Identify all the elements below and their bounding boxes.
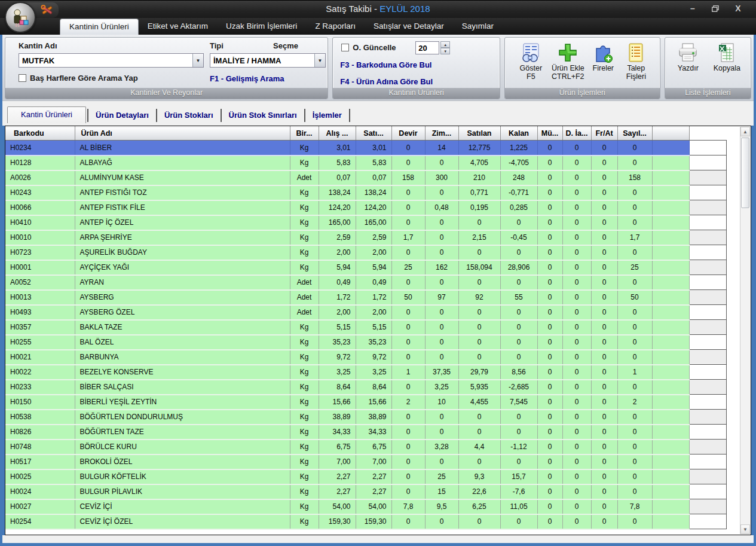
table-row[interactable]: H0538 BÖĞÜRTLEN DONDURULMUŞ Kg 38,89 38,… (5, 410, 726, 425)
table-row[interactable]: H0234 AL BİBER Kg 3,01 3,01 0 14 12,775 … (5, 141, 726, 155)
cell-satis: 7,00 (356, 455, 391, 469)
spinner-down-icon[interactable]: ▼ (440, 48, 450, 54)
restore-button[interactable] (706, 2, 725, 15)
cell-barkodu: H0010 (5, 230, 75, 245)
tab-kantin-urunleri[interactable]: Kantin Ürünleri (7, 106, 86, 123)
bas-harf-checkbox-row[interactable]: Baş Harflere Göre Arama Yap (19, 74, 138, 83)
o-guncelle-checkbox[interactable] (341, 44, 349, 51)
group-caption-kantinin-urunleri: Kantinin Ürünleri (333, 88, 500, 99)
urun-ekle-button[interactable]: Ürün EkleCTRL+F2 (549, 39, 586, 81)
cell-mu: 0 (537, 440, 562, 455)
table-row[interactable]: H0410 ANTEP İÇ ÖZEL Kg 165,00 165,00 0 0… (5, 215, 726, 230)
header-satis[interactable]: Satı... (356, 127, 391, 141)
header-barkodu[interactable]: Barkodu (5, 127, 75, 141)
o-guncelle-checkbox-row[interactable]: O. Güncelle (341, 43, 396, 52)
table-row[interactable]: H0826 BÖĞÜRTLEN TAZE Kg 34,33 34,33 0 0 … (5, 425, 726, 440)
table-row[interactable]: H0255 BAL ÖZEL Kg 35,23 35,23 0 0 0 0 0 … (5, 335, 726, 350)
table-row[interactable]: H0027 CEVİZ İÇİ Kg 54,00 54,00 7,8 9,5 6… (5, 499, 726, 514)
cell-birim: Adet (290, 275, 319, 290)
table-row[interactable]: H0493 AYSBERG ÖZEL Adet 2,00 2,00 0 0 0 … (5, 305, 726, 320)
tools-icon[interactable] (41, 4, 54, 16)
header-zimmet[interactable]: Zim... (425, 127, 458, 141)
scrollbar-thumb[interactable] (741, 138, 749, 208)
cell-fr-at: 0 (591, 469, 617, 484)
tab-urun-stok-sinirlari[interactable]: Ürün Stok Sınırları (223, 108, 303, 123)
f4-urun-adi-bul-link[interactable]: F4 - Ürün Adına Göre Bul (340, 77, 433, 86)
cell-d-ia: 0 (562, 290, 591, 305)
app-menu-orb[interactable] (5, 2, 36, 33)
table-row[interactable]: H0001 AYÇİÇEK YAĞI Kg 5,94 5,94 25 162 1… (5, 260, 726, 275)
guncelle-interval-input[interactable] (415, 41, 439, 54)
table-row[interactable]: H0723 AŞURELİK BUĞDAY Kg 2,00 2,00 0 0 0… (5, 245, 726, 260)
ribbon-tab[interactable]: Uzak Birim İşlemleri (217, 19, 306, 35)
header-devir[interactable]: Devir (391, 127, 425, 141)
minimize-button[interactable]: – (683, 2, 702, 15)
table-row[interactable]: A0052 AYRAN Adet 0,49 0,49 0 0 0 0 0 0 0… (5, 275, 726, 290)
close-button[interactable]: X (729, 2, 748, 15)
yazdir-button[interactable]: Yazdır (669, 39, 707, 72)
ribbon-tab[interactable]: Etiket ve Aktarım (139, 19, 217, 35)
header-birim[interactable]: Bir... (290, 127, 319, 141)
header-sayil[interactable]: Sayıl... (617, 127, 652, 141)
cell-fr-at: 0 (591, 514, 617, 529)
table-row[interactable]: H0150 BİBERLİ YEŞİL ZEYTİN Kg 15,66 15,6… (5, 395, 726, 410)
table-row[interactable]: H0748 BÖRÜLCE KURU Kg 6,75 6,75 0 3,28 4… (5, 440, 726, 455)
spinner-up-icon[interactable]: ▲ (440, 41, 450, 48)
row-end-marker (689, 320, 726, 335)
cell-kalan: -2,685 (500, 380, 537, 395)
tab-islemler[interactable]: İşlemler (307, 108, 348, 123)
table-row[interactable]: H0233 BİBER SALÇASI Kg 8,64 8,64 0 3,25 … (5, 380, 726, 395)
header-fr-at[interactable]: Fr/At (591, 127, 617, 141)
table-row[interactable]: H0025 BULGUR KÖFTELİK Kg 2,27 2,27 0 25 … (5, 469, 726, 484)
cell-barkodu: H0021 (5, 350, 75, 365)
scroll-down-icon[interactable]: ▼ (740, 524, 750, 534)
cell-trailing (652, 155, 689, 170)
header-urun-adi[interactable]: Ürün Adı (75, 127, 290, 141)
fireler-button[interactable]: Fireler (586, 39, 620, 81)
header-kalan[interactable]: Kalan (500, 127, 537, 141)
ribbon-tabs: Kantinin ÜrünleriEtiket ve AktarımUzak B… (60, 19, 503, 35)
vertical-scrollbar[interactable]: ▲ ▼ (740, 127, 750, 534)
tab-urun-detaylari[interactable]: Ürün Detayları (90, 108, 155, 123)
table-row[interactable]: H0357 BAKLA TAZE Kg 5,15 5,15 0 0 0 0 0 … (5, 320, 726, 335)
table-row[interactable]: H0010 ARPA ŞEHRİYE Kg 2,59 2,59 1,7 0 2,… (5, 230, 726, 245)
table-row[interactable]: H0066 ANTEP FISTIK FİLE Kg 124,20 124,20… (5, 200, 726, 215)
header-alis[interactable]: Alış ... (319, 127, 356, 141)
cell-devir: 0 (391, 320, 425, 335)
cell-satis: 2,27 (356, 469, 391, 484)
table-row[interactable]: H0022 BEZELYE KONSERVE Kg 3,25 3,25 1 37… (5, 365, 726, 380)
table-row[interactable]: A0026 ALUMİNYUM KASE Adet 0,07 0,07 158 … (5, 170, 726, 185)
cell-mu: 0 (537, 469, 562, 484)
table-row[interactable]: H0013 AYSBERG Adet 1,72 1,72 50 97 92 55… (5, 290, 726, 305)
goster-f5-button[interactable]: GösterF5 (512, 39, 549, 81)
cell-alis: 0,07 (319, 170, 356, 185)
header-d-ia[interactable]: D. İa... (562, 127, 591, 141)
f1-gelismis-arama-link[interactable]: F1 - Gelişmiş Arama (210, 74, 284, 83)
ribbon-tab[interactable]: Kantinin Ürünleri (60, 19, 139, 35)
dropdown-arrow-icon[interactable]: ▼ (314, 54, 325, 67)
ribbon-tab[interactable]: Z Raporları (306, 19, 365, 35)
tab-urun-stoklari[interactable]: Ürün Stokları (158, 108, 219, 123)
header-mu[interactable]: Mü... (537, 127, 562, 141)
bas-harf-checkbox[interactable] (19, 74, 26, 82)
table-row[interactable]: H0517 BROKOLİ ÖZEL Kg 7,00 7,00 0 0 0 0 … (5, 455, 726, 469)
cell-fr-at: 0 (591, 365, 617, 380)
kopyala-button[interactable]: Kopyala (707, 39, 746, 72)
cell-mu: 0 (537, 305, 562, 320)
ribbon-tab[interactable]: Satışlar ve Detaylar (365, 19, 453, 35)
f3-barkod-bul-link[interactable]: F3 - Barkoduna Göre Bul (340, 60, 431, 69)
table-row[interactable]: H0024 BULGUR PİLAVLIK Kg 2,27 2,27 0 15 … (5, 484, 726, 499)
header-satilan[interactable]: Satılan (458, 127, 500, 141)
cell-alis: 138,24 (319, 185, 356, 200)
talep-fisleri-button[interactable]: TalepFişleri (620, 39, 652, 81)
cell-barkodu: H0723 (5, 245, 75, 260)
table-row[interactable]: H0128 ALBAYAĞ Kg 5,83 5,83 0 0 4,705 -4,… (5, 155, 726, 170)
table-row[interactable]: H0254 CEVİZ İÇİ ÖZEL Kg 159,30 159,30 0 … (5, 514, 726, 529)
table-row[interactable]: H0243 ANTEP FISTIĞI TOZ Kg 138,24 138,24… (5, 185, 726, 200)
kantin-adi-combobox[interactable]: MUTFAK ▼ (19, 53, 204, 68)
ribbon-tab[interactable]: Sayımlar (453, 19, 503, 35)
scroll-up-icon[interactable]: ▲ (740, 127, 750, 136)
tipi-combobox[interactable]: İMALİYE / HAMMA ▼ (210, 53, 326, 68)
dropdown-arrow-icon[interactable]: ▼ (192, 54, 203, 67)
table-row[interactable]: H0021 BARBUNYA Kg 9,72 9,72 0 0 0 0 0 0 … (5, 350, 726, 365)
